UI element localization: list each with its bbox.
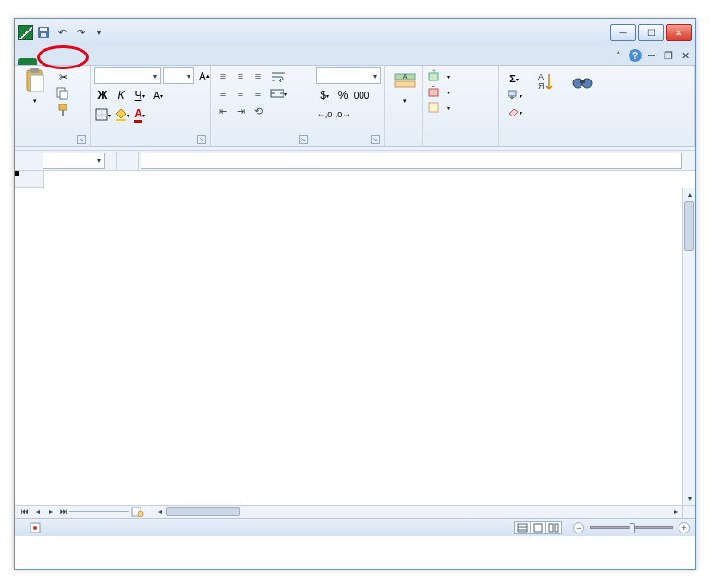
cut-button[interactable]: ✂	[55, 69, 71, 84]
qat-save-button[interactable]	[35, 24, 52, 41]
wrap-text-button[interactable]	[270, 69, 287, 84]
scroll-down-button[interactable]: ▾	[683, 492, 695, 505]
tab-formulas[interactable]	[78, 58, 91, 65]
format-painter-button[interactable]	[55, 103, 71, 117]
sort-filter-button[interactable]: АЯ	[529, 67, 562, 98]
copy-button[interactable]	[55, 86, 71, 101]
fill-color-button[interactable]: ▾	[113, 106, 129, 123]
zoom-slider-handle[interactable]	[630, 523, 635, 533]
qat-redo-button[interactable]: ↷	[72, 24, 89, 41]
chevron-down-icon: ▾	[97, 156, 101, 165]
zoom-slider[interactable]	[590, 526, 673, 529]
number-launcher[interactable]: ↘	[371, 135, 380, 144]
fx-label[interactable]	[116, 151, 139, 170]
alignment-launcher[interactable]: ↘	[299, 135, 308, 144]
tab-developer[interactable]	[129, 58, 142, 65]
decrease-indent-button[interactable]: ⇤	[214, 103, 231, 119]
paste-button[interactable]: ▾	[18, 67, 52, 106]
workbook-minimize-button[interactable]: ─	[645, 49, 658, 62]
comma-button[interactable]: 000	[353, 87, 370, 104]
styles-button[interactable]: A ▾	[388, 67, 422, 106]
decrease-decimal-button[interactable]: ,0→	[335, 106, 351, 123]
maximize-button[interactable]: ☐	[638, 24, 664, 41]
scroll-right-button[interactable]: ▸	[669, 506, 682, 518]
font-size-combo[interactable]: ▾	[163, 67, 194, 84]
italic-button[interactable]: К	[113, 87, 129, 104]
view-normal-button[interactable]	[514, 521, 531, 534]
view-page-break-button[interactable]	[545, 521, 562, 534]
bucket-icon	[114, 108, 127, 121]
sheet-nav-last[interactable]: ⏭	[57, 507, 70, 518]
sheet-nav-next[interactable]: ▸	[44, 507, 57, 518]
tab-home[interactable]	[39, 58, 52, 65]
zoom-in-button[interactable]: +	[679, 522, 690, 533]
workbook-restore-button[interactable]: ❐	[662, 49, 675, 62]
qat-undo-button[interactable]: ↶	[54, 24, 70, 41]
align-bottom-button[interactable]: ≡	[250, 67, 266, 84]
vertical-scrollbar[interactable]: ▴ ▾	[682, 188, 695, 505]
close-button[interactable]: ✕	[666, 24, 692, 41]
macro-record-button[interactable]	[30, 522, 41, 533]
help-button[interactable]: ?	[629, 49, 642, 62]
sheet-nav-first[interactable]: ⏮	[18, 507, 31, 518]
new-sheet-button[interactable]	[130, 507, 145, 518]
close-icon: ✕	[675, 28, 682, 38]
select-all-button[interactable]	[15, 171, 44, 188]
align-left-button[interactable]: ≡	[214, 85, 231, 102]
vscroll-thumb[interactable]	[684, 201, 694, 251]
delete-cells-button[interactable]: −▾	[427, 85, 450, 98]
autosum-button[interactable]: Σ▾	[503, 71, 525, 86]
minimize-button[interactable]: ─	[610, 24, 636, 41]
align-middle-button[interactable]: ≡	[232, 67, 249, 84]
orientation-button[interactable]: ⟲	[250, 103, 266, 119]
sheet-tab-3[interactable]	[108, 511, 129, 512]
horizontal-scrollbar[interactable]: ◂ ▸	[153, 506, 682, 518]
number-format-combo[interactable]: ▾	[316, 67, 381, 84]
qat-customize-button[interactable]: ▾	[91, 24, 107, 41]
font-name-combo[interactable]: ▾	[94, 67, 161, 84]
increase-decimal-button[interactable]: ←,0	[316, 106, 333, 123]
tab-data[interactable]	[91, 58, 104, 65]
fill-button[interactable]: ▾	[503, 88, 525, 103]
tab-foxit-pdf[interactable]	[155, 58, 168, 65]
hscroll-thumb[interactable]	[166, 507, 240, 516]
svg-rect-4	[30, 68, 39, 73]
sheet-nav-prev[interactable]: ◂	[31, 507, 44, 518]
tab-abbyy-pdf[interactable]	[168, 58, 181, 65]
percent-button[interactable]: %	[335, 87, 351, 104]
font-color-button[interactable]: А▾	[131, 106, 148, 123]
tab-addins[interactable]	[142, 58, 155, 65]
scroll-up-button[interactable]: ▴	[683, 188, 695, 201]
shrink-font-button[interactable]: A▾	[150, 87, 166, 104]
formula-bar[interactable]	[141, 153, 682, 169]
view-page-layout-button[interactable]	[530, 521, 546, 534]
format-cells-button[interactable]: ▾	[427, 101, 450, 114]
accounting-format-button[interactable]: $▾	[316, 87, 333, 104]
font-launcher[interactable]: ↘	[197, 135, 206, 144]
zoom-out-button[interactable]: −	[573, 522, 584, 533]
scroll-left-button[interactable]: ◂	[153, 506, 166, 518]
align-top-button[interactable]: ≡	[214, 67, 231, 84]
find-select-button[interactable]	[566, 67, 599, 98]
align-right-button[interactable]: ≡	[250, 85, 266, 102]
name-box[interactable]: ▾	[43, 153, 105, 169]
tab-review[interactable]	[104, 58, 116, 65]
insert-cells-button[interactable]: +▾	[427, 69, 450, 82]
sheet-tab-active[interactable]	[69, 511, 90, 512]
increase-indent-button[interactable]: ⇥	[232, 103, 249, 119]
bold-button[interactable]: Ж	[94, 87, 111, 104]
tab-insert[interactable]	[52, 58, 65, 65]
ribbon-minimize-icon[interactable]: ˄	[612, 49, 625, 62]
clipboard-launcher[interactable]: ↘	[77, 135, 86, 144]
tab-page-layout[interactable]	[65, 58, 78, 65]
underline-button[interactable]: Ч▾	[131, 87, 148, 104]
workbook-close-button[interactable]: ✕	[679, 49, 692, 62]
clear-button[interactable]: ▾	[503, 104, 525, 119]
borders-button[interactable]: ▾	[94, 106, 111, 123]
tab-view[interactable]	[116, 58, 129, 65]
svg-rect-24	[429, 103, 438, 112]
sheet-tab-2[interactable]	[89, 511, 109, 512]
align-center-button[interactable]: ≡	[232, 85, 249, 102]
tab-file[interactable]	[18, 58, 37, 65]
merge-button[interactable]: ▾	[270, 86, 287, 101]
